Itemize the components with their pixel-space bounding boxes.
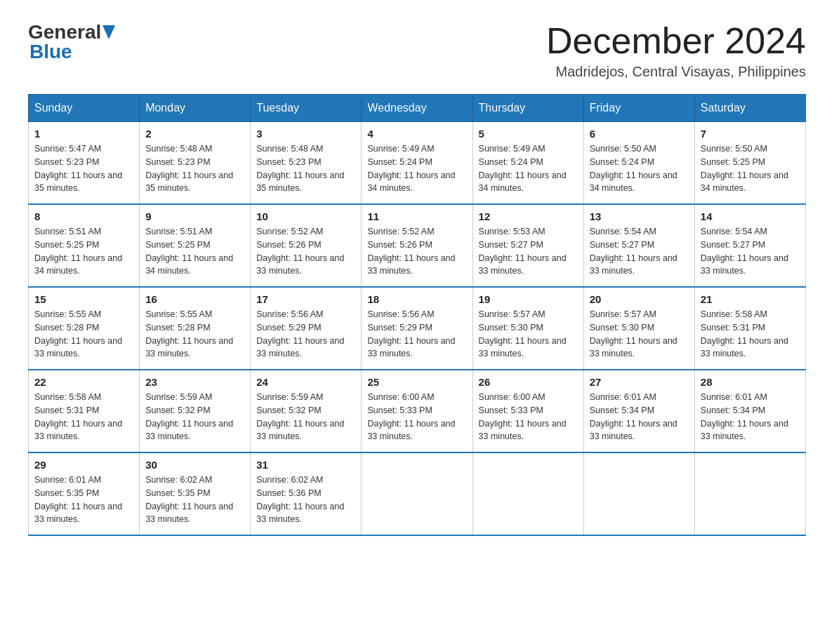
calendar-cell: 3Sunrise: 5:48 AMSunset: 5:23 PMDaylight… <box>251 122 362 205</box>
day-info: Sunrise: 5:48 AMSunset: 5:23 PMDaylight:… <box>256 142 355 195</box>
calendar-cell: 21Sunrise: 5:58 AMSunset: 5:31 PMDayligh… <box>694 287 805 370</box>
day-info: Sunrise: 5:57 AMSunset: 5:30 PMDaylight:… <box>590 308 689 361</box>
day-number: 1 <box>34 128 133 140</box>
calendar-table: SundayMondayTuesdayWednesdayThursdayFrid… <box>28 94 806 536</box>
day-info: Sunrise: 5:51 AMSunset: 5:25 PMDaylight:… <box>34 225 133 278</box>
day-info: Sunrise: 5:55 AMSunset: 5:28 PMDaylight:… <box>34 308 133 361</box>
calendar-week-row: 29Sunrise: 6:01 AMSunset: 5:35 PMDayligh… <box>29 452 806 535</box>
calendar-cell: 25Sunrise: 6:00 AMSunset: 5:33 PMDayligh… <box>362 370 472 452</box>
calendar-cell: 6Sunrise: 5:50 AMSunset: 5:24 PMDaylight… <box>583 122 694 205</box>
calendar-cell: 27Sunrise: 6:01 AMSunset: 5:34 PMDayligh… <box>583 370 694 452</box>
day-info: Sunrise: 5:49 AMSunset: 5:24 PMDaylight:… <box>479 142 578 195</box>
calendar-cell: 11Sunrise: 5:52 AMSunset: 5:26 PMDayligh… <box>362 204 472 287</box>
day-number: 8 <box>34 210 133 222</box>
day-number: 31 <box>256 459 355 471</box>
calendar-cell: 20Sunrise: 5:57 AMSunset: 5:30 PMDayligh… <box>583 287 694 370</box>
calendar-cell: 7Sunrise: 5:50 AMSunset: 5:25 PMDaylight… <box>694 122 805 205</box>
day-number: 10 <box>256 210 355 222</box>
day-info: Sunrise: 6:00 AMSunset: 5:33 PMDaylight:… <box>367 391 466 443</box>
calendar-cell <box>362 452 472 535</box>
day-number: 12 <box>479 210 578 222</box>
calendar-cell: 15Sunrise: 5:55 AMSunset: 5:28 PMDayligh… <box>29 287 140 370</box>
calendar-cell <box>472 452 583 535</box>
day-number: 25 <box>367 376 466 388</box>
day-info: Sunrise: 5:49 AMSunset: 5:24 PMDaylight:… <box>367 142 466 195</box>
svg-marker-0 <box>102 25 115 39</box>
calendar-cell: 5Sunrise: 5:49 AMSunset: 5:24 PMDaylight… <box>472 122 583 205</box>
day-number: 9 <box>145 210 244 222</box>
day-number: 17 <box>256 293 355 305</box>
day-info: Sunrise: 6:01 AMSunset: 5:35 PMDaylight:… <box>34 474 133 526</box>
weekday-header-tuesday: Tuesday <box>251 95 362 122</box>
day-info: Sunrise: 6:01 AMSunset: 5:34 PMDaylight:… <box>701 391 800 443</box>
day-info: Sunrise: 5:59 AMSunset: 5:32 PMDaylight:… <box>145 391 244 443</box>
calendar-week-row: 8Sunrise: 5:51 AMSunset: 5:25 PMDaylight… <box>29 204 806 287</box>
calendar-cell: 8Sunrise: 5:51 AMSunset: 5:25 PMDaylight… <box>29 204 140 287</box>
location-subtitle: Madridejos, Central Visayas, Philippines <box>546 64 806 80</box>
day-info: Sunrise: 5:54 AMSunset: 5:27 PMDaylight:… <box>701 225 800 278</box>
calendar-cell: 24Sunrise: 5:59 AMSunset: 5:32 PMDayligh… <box>251 370 362 452</box>
day-number: 18 <box>367 293 466 305</box>
day-info: Sunrise: 5:57 AMSunset: 5:30 PMDaylight:… <box>479 308 578 361</box>
day-info: Sunrise: 6:02 AMSunset: 5:35 PMDaylight:… <box>145 474 244 526</box>
month-year-title: December 2024 <box>546 21 806 61</box>
day-number: 22 <box>34 376 133 388</box>
calendar-cell: 18Sunrise: 5:56 AMSunset: 5:29 PMDayligh… <box>362 287 472 370</box>
day-info: Sunrise: 6:01 AMSunset: 5:34 PMDaylight:… <box>590 391 689 443</box>
calendar-cell: 28Sunrise: 6:01 AMSunset: 5:34 PMDayligh… <box>694 370 805 452</box>
day-number: 3 <box>256 128 355 140</box>
day-number: 29 <box>34 459 133 471</box>
calendar-week-row: 1Sunrise: 5:47 AMSunset: 5:23 PMDaylight… <box>29 122 806 205</box>
calendar-cell: 9Sunrise: 5:51 AMSunset: 5:25 PMDaylight… <box>140 204 251 287</box>
day-info: Sunrise: 5:48 AMSunset: 5:23 PMDaylight:… <box>145 142 244 195</box>
logo-blue-text: Blue <box>28 41 72 63</box>
day-number: 23 <box>145 376 244 388</box>
calendar-cell: 1Sunrise: 5:47 AMSunset: 5:23 PMDaylight… <box>29 122 140 205</box>
calendar-cell: 14Sunrise: 5:54 AMSunset: 5:27 PMDayligh… <box>694 204 805 287</box>
weekday-header-monday: Monday <box>140 95 251 122</box>
logo-arrow-icon <box>102 25 115 42</box>
calendar-cell: 17Sunrise: 5:56 AMSunset: 5:29 PMDayligh… <box>251 287 362 370</box>
calendar-cell: 26Sunrise: 6:00 AMSunset: 5:33 PMDayligh… <box>472 370 583 452</box>
day-number: 6 <box>590 128 689 140</box>
calendar-cell: 29Sunrise: 6:01 AMSunset: 5:35 PMDayligh… <box>29 452 140 535</box>
day-number: 5 <box>479 128 578 140</box>
calendar-cell: 16Sunrise: 5:55 AMSunset: 5:28 PMDayligh… <box>140 287 251 370</box>
weekday-header-sunday: Sunday <box>29 95 140 122</box>
weekday-header-wednesday: Wednesday <box>362 95 472 122</box>
day-number: 15 <box>34 293 133 305</box>
day-info: Sunrise: 5:53 AMSunset: 5:27 PMDaylight:… <box>479 225 578 278</box>
day-number: 11 <box>367 210 466 222</box>
day-info: Sunrise: 5:51 AMSunset: 5:25 PMDaylight:… <box>145 225 244 278</box>
day-number: 14 <box>701 210 800 222</box>
day-number: 20 <box>590 293 689 305</box>
day-info: Sunrise: 5:52 AMSunset: 5:26 PMDaylight:… <box>256 225 355 278</box>
day-info: Sunrise: 6:02 AMSunset: 5:36 PMDaylight:… <box>256 474 355 526</box>
day-number: 26 <box>479 376 578 388</box>
calendar-cell: 12Sunrise: 5:53 AMSunset: 5:27 PMDayligh… <box>472 204 583 287</box>
day-info: Sunrise: 5:52 AMSunset: 5:26 PMDaylight:… <box>367 225 466 278</box>
calendar-cell: 2Sunrise: 5:48 AMSunset: 5:23 PMDaylight… <box>140 122 251 205</box>
day-info: Sunrise: 5:58 AMSunset: 5:31 PMDaylight:… <box>34 391 133 443</box>
day-info: Sunrise: 5:54 AMSunset: 5:27 PMDaylight:… <box>590 225 689 278</box>
calendar-cell: 10Sunrise: 5:52 AMSunset: 5:26 PMDayligh… <box>251 204 362 287</box>
day-number: 16 <box>145 293 244 305</box>
day-info: Sunrise: 5:56 AMSunset: 5:29 PMDaylight:… <box>367 308 466 361</box>
calendar-week-row: 15Sunrise: 5:55 AMSunset: 5:28 PMDayligh… <box>29 287 806 370</box>
day-number: 2 <box>145 128 244 140</box>
day-number: 21 <box>701 293 800 305</box>
calendar-cell: 19Sunrise: 5:57 AMSunset: 5:30 PMDayligh… <box>472 287 583 370</box>
day-info: Sunrise: 5:50 AMSunset: 5:25 PMDaylight:… <box>701 142 800 195</box>
calendar-cell: 23Sunrise: 5:59 AMSunset: 5:32 PMDayligh… <box>140 370 251 452</box>
day-info: Sunrise: 5:55 AMSunset: 5:28 PMDaylight:… <box>145 308 244 361</box>
calendar-cell: 30Sunrise: 6:02 AMSunset: 5:35 PMDayligh… <box>140 452 251 535</box>
calendar-cell: 13Sunrise: 5:54 AMSunset: 5:27 PMDayligh… <box>583 204 694 287</box>
page-header: General Blue December 2024 Madridejos, C… <box>28 21 806 80</box>
day-number: 4 <box>367 128 466 140</box>
day-number: 28 <box>701 376 800 388</box>
day-info: Sunrise: 6:00 AMSunset: 5:33 PMDaylight:… <box>479 391 578 443</box>
day-number: 13 <box>590 210 689 222</box>
calendar-cell: 31Sunrise: 6:02 AMSunset: 5:36 PMDayligh… <box>251 452 362 535</box>
calendar-cell <box>583 452 694 535</box>
title-section: December 2024 Madridejos, Central Visaya… <box>546 21 806 80</box>
